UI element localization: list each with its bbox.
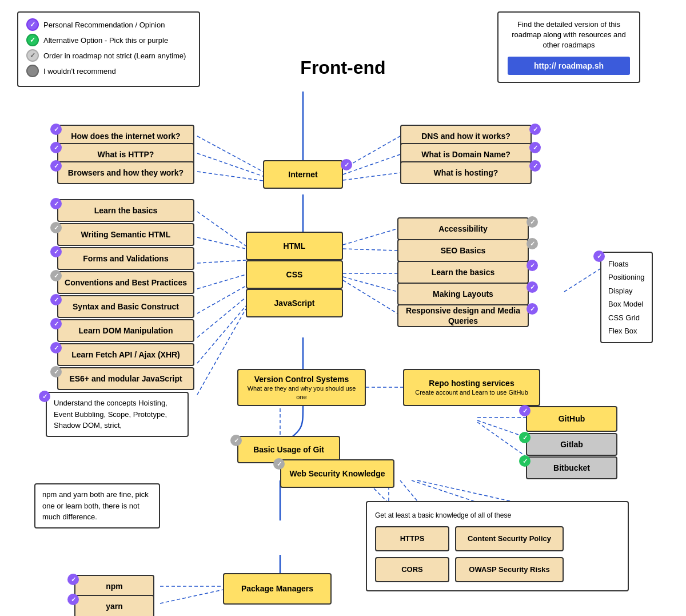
legend-icon-green: ✓ bbox=[26, 34, 39, 46]
node-cors: CORS bbox=[375, 557, 449, 582]
badge-domain: ✓ bbox=[529, 142, 541, 153]
node-es6: ES6+ and modular JavaScript bbox=[57, 367, 194, 390]
badge-http: ✓ bbox=[50, 142, 62, 153]
badge-seo: ✓ bbox=[527, 238, 538, 249]
svg-line-0 bbox=[197, 136, 263, 172]
sublist-display: Display bbox=[608, 284, 645, 297]
node-forms: Forms and Validations bbox=[57, 247, 194, 270]
svg-line-15 bbox=[343, 249, 397, 251]
badge-learn-basics-html: ✓ bbox=[50, 198, 62, 209]
node-javascript: JavaScript bbox=[246, 289, 343, 317]
legend-label-green: Alternative Option - Pick this or purple bbox=[43, 36, 168, 45]
sublist-css: Floats Positioning Display Box Model CSS… bbox=[600, 252, 653, 343]
sublist-flexbox: Flex Box bbox=[608, 324, 645, 337]
info-box: Find the detailed version of this roadma… bbox=[497, 11, 640, 83]
sublist-boxmodel: Box Model bbox=[608, 297, 645, 311]
legend-item-gray-light: ✓ Order in roadmap not strict (Learn any… bbox=[26, 49, 191, 62]
badge-browsers: ✓ bbox=[50, 160, 62, 172]
badge-git: ✓ bbox=[230, 435, 242, 446]
node-package-managers: Package Managers bbox=[223, 573, 332, 605]
node-https: HTTPS bbox=[375, 526, 449, 551]
badge-concepts: ✓ bbox=[39, 391, 50, 402]
node-dom: Learn DOM Manipulation bbox=[57, 319, 194, 342]
node-repo-hosting: Repo hosting services Create account and… bbox=[403, 369, 540, 406]
node-gitlab: Gitlab bbox=[526, 433, 617, 456]
node-npm: npm bbox=[74, 575, 154, 598]
node-accessibility: Accessibility bbox=[397, 217, 529, 240]
svg-line-6 bbox=[197, 212, 246, 246]
legend-icon-gray-light: ✓ bbox=[26, 49, 39, 62]
svg-line-11 bbox=[197, 297, 246, 337]
badge-bitbucket: ✓ bbox=[519, 455, 531, 467]
badge-conventions: ✓ bbox=[50, 270, 62, 281]
badge-github: ✓ bbox=[519, 405, 531, 416]
node-css: CSS bbox=[246, 260, 343, 289]
node-csp: Content Security Policy bbox=[455, 526, 564, 551]
node-semantic-html: Writing Semantic HTML bbox=[57, 223, 194, 246]
svg-line-31 bbox=[160, 589, 226, 603]
node-hosting: What is hosting? bbox=[400, 161, 532, 184]
sublist-positioning: Positioning bbox=[608, 271, 645, 284]
badge-accessibility: ✓ bbox=[527, 216, 538, 228]
svg-line-7 bbox=[197, 237, 246, 249]
legend-icon-gray-dark bbox=[26, 65, 39, 77]
sublist-floats: Floats bbox=[608, 257, 645, 271]
legend-item-gray-dark: I wouldn't recommend bbox=[26, 65, 191, 77]
svg-line-17 bbox=[343, 277, 397, 292]
legend-label-gray-light: Order in roadmap not strict (Learn anyti… bbox=[43, 51, 186, 60]
security-subbox: Get at least a basic knowledge of all of… bbox=[366, 501, 629, 591]
info-text: Find the detailed version of this roadma… bbox=[508, 19, 630, 51]
info-link[interactable]: http:// roadmap.sh bbox=[508, 57, 630, 75]
legend-item-green: ✓ Alternative Option - Pick this or purp… bbox=[26, 34, 191, 46]
svg-line-2 bbox=[197, 172, 263, 181]
badge-gitlab: ✓ bbox=[519, 432, 531, 443]
node-responsive: Responsive design and Media Queries bbox=[397, 304, 529, 327]
badge-es6: ✓ bbox=[50, 366, 62, 377]
node-vcs: Version Control Systems What are they an… bbox=[237, 369, 366, 406]
legend-label-purple: Personal Recommendation / Opinion bbox=[43, 21, 165, 29]
badge-security: ✓ bbox=[273, 458, 285, 470]
node-owasp: OWASP Security Risks bbox=[455, 557, 564, 582]
page-title: Front-end bbox=[300, 57, 385, 78]
node-html: HTML bbox=[246, 232, 343, 260]
note-package-managers: npm and yarn both are fine, pick one or … bbox=[34, 483, 160, 528]
badge-css-sublist: ✓ bbox=[593, 251, 605, 262]
svg-line-10 bbox=[197, 286, 246, 313]
node-bitbucket: Bitbucket bbox=[526, 456, 617, 479]
svg-line-9 bbox=[197, 275, 246, 289]
badge-fetch: ✓ bbox=[50, 342, 62, 353]
node-security: Web Security Knowledge bbox=[280, 459, 394, 488]
svg-line-1 bbox=[197, 153, 263, 176]
badge-dns: ✓ bbox=[529, 124, 541, 135]
svg-line-18 bbox=[343, 280, 397, 313]
badge-npm: ✓ bbox=[67, 574, 79, 585]
svg-line-14 bbox=[343, 229, 397, 245]
node-seo: SEO Basics bbox=[397, 239, 529, 262]
node-github: GitHub bbox=[526, 406, 617, 432]
svg-line-19 bbox=[564, 269, 600, 292]
legend-label-gray-dark: I wouldn't recommend bbox=[43, 67, 116, 75]
badge-yarn: ✓ bbox=[67, 594, 79, 605]
note-concepts: Understand the concepts Hoisting, Event … bbox=[46, 392, 189, 437]
security-subtitle: Get at least a basic knowledge of all of… bbox=[375, 510, 620, 520]
badge-forms: ✓ bbox=[50, 246, 62, 257]
node-yarn: yarn bbox=[74, 595, 154, 616]
node-learn-basics-css: Learn the basics bbox=[397, 261, 529, 284]
legend-icon-purple: ✓ bbox=[26, 18, 39, 31]
badge-semantic-html: ✓ bbox=[50, 222, 62, 233]
legend-item-purple: ✓ Personal Recommendation / Opinion bbox=[26, 18, 191, 31]
node-learn-basics-html: Learn the basics bbox=[57, 199, 194, 222]
svg-line-8 bbox=[197, 260, 246, 263]
svg-line-12 bbox=[197, 306, 246, 363]
badge-dom: ✓ bbox=[50, 318, 62, 329]
badge-hosting: ✓ bbox=[529, 160, 541, 172]
badge-internet: ✓ bbox=[341, 159, 352, 170]
node-internet: Internet bbox=[263, 160, 343, 189]
page: ✓ Personal Recommendation / Opinion ✓ Al… bbox=[0, 0, 686, 616]
badge-responsive: ✓ bbox=[527, 303, 538, 315]
node-conventions: Conventions and Best Practices bbox=[57, 271, 194, 294]
sublist-cssgrid: CSS Grid bbox=[608, 311, 645, 324]
node-fetch: Learn Fetch API / Ajax (XHR) bbox=[57, 343, 194, 366]
badge-learn-basics-css: ✓ bbox=[527, 260, 538, 271]
svg-line-5 bbox=[343, 173, 400, 180]
